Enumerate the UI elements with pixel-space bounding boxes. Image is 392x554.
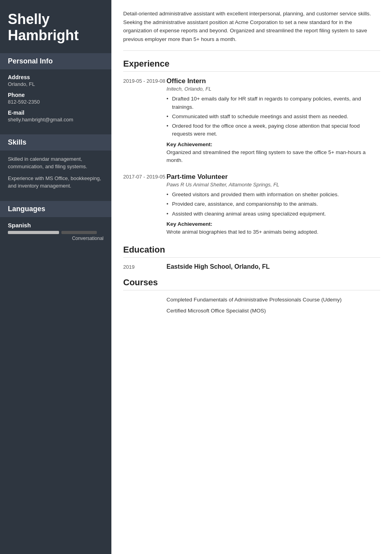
personal-info-section: Personal Info Address Orlando, FL Phone … (0, 53, 111, 134)
experience-title: Experience (123, 59, 380, 72)
course-text-1: Completed Fundamentals of Administrative… (166, 296, 342, 304)
job-2-company: Paws R Us Animal Shelter, Altamonte Spri… (166, 182, 380, 188)
edu-entry-1: 2019 Eastside High School, Orlando, FL (123, 263, 380, 270)
education-title: Education (123, 245, 380, 258)
email-value: shelly.hambright@gmail.com (8, 117, 104, 123)
job-1-bullet-3: Ordered food for the office once a week,… (166, 122, 380, 138)
skills-body: Skilled in calendar management, communic… (0, 155, 111, 201)
edu-year-1: 2019 (123, 263, 166, 270)
job-2-title: Part-time Volunteer (166, 173, 380, 181)
courses-title: Courses (123, 277, 380, 290)
edu-school-1: Eastside High School, Orlando, FL (166, 263, 270, 270)
job-1-company: Initech, Orlando, FL (166, 86, 380, 92)
job-1-achievement-text: Organized and streamlined the report fil… (166, 149, 380, 165)
language-bar (8, 231, 104, 234)
job-2-achievement-text: Wrote animal biographies that led to 35+… (166, 228, 380, 236)
job-1-content: Office Intern Initech, Orlando, FL Draft… (166, 77, 380, 164)
course-entry-1: Completed Fundamentals of Administrative… (123, 296, 380, 304)
skills-text-2: Experience with MS Office, bookkeeping, … (8, 175, 104, 190)
experience-section: Experience 2019-05 - 2019-08 Office Inte… (123, 59, 380, 236)
course-text-2: Certified Microsoft Office Specialist (M… (166, 307, 266, 315)
language-bar-empty (61, 231, 97, 234)
address-value: Orlando, FL (8, 81, 104, 87)
address-label: Address (8, 74, 104, 80)
summary-text: Detail-oriented administrative assistant… (123, 9, 380, 51)
job-2-bullet-3: Assisted with cleaning animal areas usin… (166, 210, 380, 218)
job-1-bullet-2: Communicated with staff to schedule meet… (166, 113, 380, 121)
sidebar-name-block: Shelly Hambright (0, 0, 111, 53)
phone-label: Phone (8, 92, 104, 98)
job-2-content: Part-time Volunteer Paws R Us Animal She… (166, 173, 380, 236)
course-spacer-2 (123, 307, 166, 315)
education-section: Education 2019 Eastside High School, Orl… (123, 245, 380, 270)
job-1-bullets: Drafted 10+ emails daily for HR staff in… (166, 95, 380, 138)
main-content: Detail-oriented administrative assistant… (111, 0, 392, 554)
sidebar: Shelly Hambright Personal Info Address O… (0, 0, 111, 554)
languages-body: Spanish Conversational (0, 222, 111, 248)
skills-text-1: Skilled in calendar management, communic… (8, 155, 104, 171)
course-entry-2: Certified Microsoft Office Specialist (M… (123, 307, 380, 315)
phone-value: 812-592-2350 (8, 99, 104, 105)
job-2-bullet-2: Provided care, assistance, and companion… (166, 200, 380, 208)
job-1-title: Office Intern (166, 77, 380, 85)
email-label: E-mail (8, 110, 104, 116)
languages-header: Languages (0, 201, 111, 217)
job-1-achievement-label: Key Achievement: (166, 141, 380, 147)
course-spacer-1 (123, 296, 166, 304)
job-2-dates: 2017-07 - 2019-05 (123, 173, 166, 236)
personal-info-body: Address Orlando, FL Phone 812-592-2350 E… (0, 74, 111, 134)
languages-section: Languages Spanish Conversational (0, 201, 111, 248)
job-2-bullet-1: Greeted visitors and provided them with … (166, 191, 380, 199)
language-bar-filled (8, 231, 59, 234)
job-1-bullet-1: Drafted 10+ emails daily for HR staff in… (166, 95, 380, 111)
candidate-name: Shelly Hambright (8, 11, 104, 44)
courses-section: Courses Completed Fundamentals of Admini… (123, 277, 380, 315)
job-2-achievement-label: Key Achievement: (166, 221, 380, 227)
resume-container: Shelly Hambright Personal Info Address O… (0, 0, 392, 554)
language-name: Spanish (8, 222, 104, 229)
job-entry-1: 2019-05 - 2019-08 Office Intern Initech,… (123, 77, 380, 164)
job-1-dates: 2019-05 - 2019-08 (123, 77, 166, 164)
skills-section: Skills Skilled in calendar management, c… (0, 134, 111, 201)
personal-info-header: Personal Info (0, 53, 111, 69)
job-2-bullets: Greeted visitors and provided them with … (166, 191, 380, 218)
job-entry-2: 2017-07 - 2019-05 Part-time Volunteer Pa… (123, 173, 380, 236)
skills-header: Skills (0, 134, 111, 151)
language-level: Conversational (8, 236, 104, 241)
